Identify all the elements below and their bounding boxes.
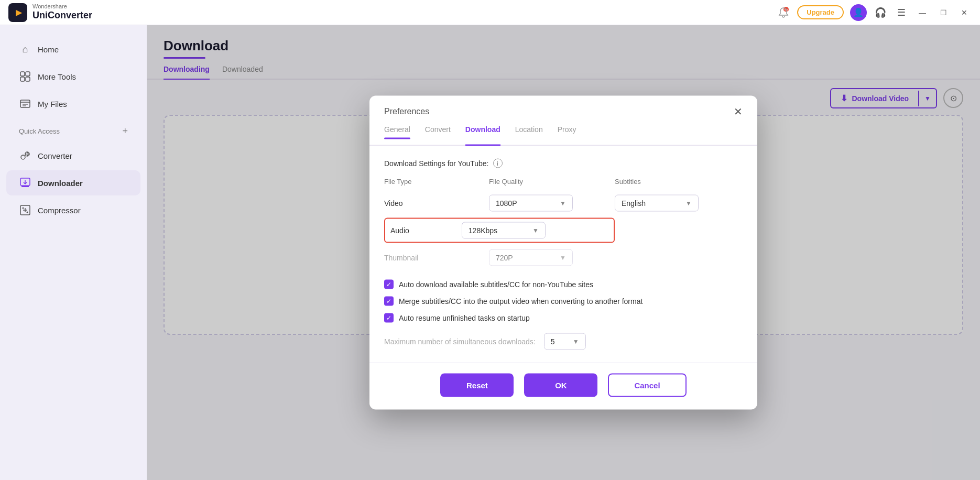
video-quality-chevron: ▼ bbox=[560, 200, 566, 207]
checkbox-merge-subtitles: Merge subtitles/CC into the output video… bbox=[384, 297, 743, 306]
svg-rect-5 bbox=[26, 77, 30, 81]
compressor-icon bbox=[19, 204, 31, 216]
dialog-tab-download[interactable]: Download bbox=[465, 125, 500, 146]
reset-button[interactable]: Reset bbox=[440, 374, 514, 397]
subtitles-audio bbox=[615, 216, 730, 245]
titlebar: Wondershare UniConverter 22 Upgrade 👤 🎧 … bbox=[0, 0, 980, 25]
checkbox-auto-subtitles: Auto download available subtitles/CC for… bbox=[384, 280, 743, 289]
menu-icon[interactable]: ☰ bbox=[894, 5, 909, 20]
dialog-tab-convert[interactable]: Convert bbox=[425, 125, 451, 146]
subtitles-thumbnail bbox=[615, 245, 730, 270]
svg-rect-6 bbox=[20, 100, 30, 107]
sidebar-item-converter-label: Converter bbox=[38, 151, 72, 160]
col-header-file-type: File Type bbox=[384, 178, 489, 191]
subtitles-video-select[interactable]: English ▼ bbox=[615, 191, 730, 216]
dialog-header: Preferences ✕ bbox=[369, 96, 757, 117]
max-downloads-label: Maximum number of simultaneous downloads… bbox=[384, 337, 536, 346]
svg-point-16 bbox=[27, 212, 28, 213]
audio-quality-dropdown[interactable]: 128Kbps ▼ bbox=[462, 222, 546, 239]
quality-thumbnail-select[interactable]: 720P ▼ bbox=[489, 245, 615, 270]
dialog-footer: Reset OK Cancel bbox=[369, 363, 757, 410]
dialog-tab-proxy[interactable]: Proxy bbox=[558, 125, 576, 146]
checkbox-auto-resume: Auto resume unfinished tasks on startup bbox=[384, 313, 743, 323]
subtitle-chevron: ▼ bbox=[685, 200, 692, 207]
section-title: Download Settings for YouTube: i bbox=[384, 159, 743, 168]
sidebar-item-my-files-label: My Files bbox=[38, 100, 67, 108]
headset-icon[interactable]: 🎧 bbox=[873, 5, 888, 20]
sidebar-item-downloader[interactable]: Downloader bbox=[6, 170, 140, 195]
brand-small: Wondershare bbox=[32, 3, 92, 10]
notification-icon[interactable]: 22 bbox=[776, 5, 791, 20]
main-layout: ⌂ Home More Tools bbox=[0, 25, 980, 480]
sidebar-item-compressor-label: Compressor bbox=[38, 206, 81, 215]
dialog-tab-general[interactable]: General bbox=[384, 125, 410, 146]
svg-point-10 bbox=[21, 155, 25, 159]
max-downloads-chevron: ▼ bbox=[573, 338, 579, 345]
brand-large: UniConverter bbox=[32, 10, 92, 21]
audio-row-highlight: Audio 128Kbps ▼ bbox=[384, 218, 615, 243]
svg-point-15 bbox=[23, 208, 24, 209]
minimize-button[interactable]: — bbox=[915, 5, 930, 20]
checkbox-auto-subtitles-input[interactable] bbox=[384, 280, 394, 289]
cancel-button[interactable]: Cancel bbox=[608, 374, 686, 397]
file-type-video: Video bbox=[384, 191, 489, 216]
dialog-close-button[interactable]: ✕ bbox=[734, 106, 743, 117]
file-type-thumbnail: Thumbnail bbox=[384, 245, 489, 270]
subtitle-dropdown[interactable]: English ▼ bbox=[615, 195, 699, 212]
sidebar-item-my-files[interactable]: My Files bbox=[6, 91, 140, 116]
svg-rect-4 bbox=[20, 77, 25, 81]
svg-rect-3 bbox=[26, 72, 30, 76]
maximize-button[interactable]: ☐ bbox=[936, 5, 951, 20]
titlebar-left: Wondershare UniConverter bbox=[8, 3, 92, 22]
dialog-tab-location[interactable]: Location bbox=[515, 125, 543, 146]
max-downloads-row: Maximum number of simultaneous downloads… bbox=[384, 333, 743, 350]
checkbox-merge-subtitles-input[interactable] bbox=[384, 297, 394, 306]
user-avatar[interactable]: 👤 bbox=[850, 4, 867, 21]
home-icon: ⌂ bbox=[19, 43, 31, 56]
sidebar-item-compressor[interactable]: Compressor bbox=[6, 198, 140, 223]
converter-icon bbox=[19, 149, 31, 162]
quick-access-section: Quick Access + bbox=[6, 122, 140, 141]
sidebar-item-downloader-label: Downloader bbox=[38, 179, 83, 188]
more-tools-icon bbox=[19, 70, 31, 83]
preferences-dialog: Preferences ✕ General Convert Download L… bbox=[369, 96, 757, 410]
checkbox-auto-resume-input[interactable] bbox=[384, 313, 394, 323]
video-quality-dropdown[interactable]: 1080P ▼ bbox=[489, 195, 573, 212]
ok-button[interactable]: OK bbox=[524, 374, 597, 397]
dialog-title: Preferences bbox=[384, 107, 429, 116]
content-area: Download Downloading Downloaded ⬇ Downlo… bbox=[147, 25, 980, 480]
quick-access-add-button[interactable]: + bbox=[122, 126, 128, 137]
downloader-icon bbox=[19, 177, 31, 189]
sidebar-item-more-tools-label: More Tools bbox=[38, 72, 76, 81]
col-header-subtitles: Subtitles bbox=[615, 178, 730, 191]
svg-rect-2 bbox=[20, 72, 25, 76]
dialog-tabs: General Convert Download Location Proxy bbox=[369, 119, 757, 146]
titlebar-right: 22 Upgrade 👤 🎧 ☰ — ☐ ✕ bbox=[776, 4, 972, 21]
app-logo bbox=[8, 3, 27, 22]
sidebar-item-home-label: Home bbox=[38, 45, 59, 54]
sidebar: ⌂ Home More Tools bbox=[0, 25, 147, 480]
quick-access-label: Quick Access bbox=[19, 127, 60, 135]
sidebar-item-home[interactable]: ⌂ Home bbox=[6, 37, 140, 62]
app-title-block: Wondershare UniConverter bbox=[32, 3, 92, 21]
checkbox-group: Auto download available subtitles/CC for… bbox=[384, 280, 743, 323]
file-type-audio: Audio bbox=[390, 226, 409, 235]
thumbnail-quality-chevron: ▼ bbox=[560, 254, 566, 261]
sidebar-item-more-tools[interactable]: More Tools bbox=[6, 64, 140, 89]
sidebar-item-converter[interactable]: Converter bbox=[6, 143, 140, 168]
my-files-icon bbox=[19, 97, 31, 110]
col-header-file-quality: File Quality bbox=[489, 178, 615, 191]
upgrade-button[interactable]: Upgrade bbox=[797, 5, 844, 19]
close-window-button[interactable]: ✕ bbox=[957, 5, 972, 20]
dialog-body: Download Settings for YouTube: i File Ty… bbox=[369, 146, 757, 363]
info-icon[interactable]: i bbox=[493, 159, 503, 168]
quality-video-select[interactable]: 1080P ▼ bbox=[489, 191, 615, 216]
max-downloads-dropdown[interactable]: 5 ▼ bbox=[544, 333, 586, 350]
audio-quality-chevron: ▼ bbox=[532, 227, 539, 234]
thumbnail-quality-dropdown[interactable]: 720P ▼ bbox=[489, 249, 573, 266]
